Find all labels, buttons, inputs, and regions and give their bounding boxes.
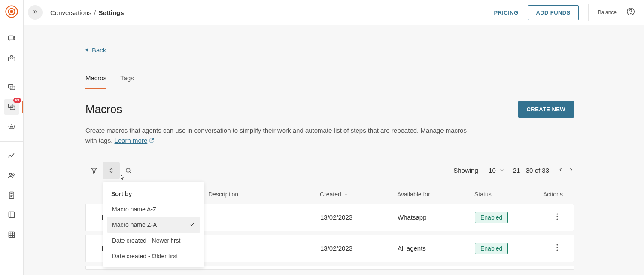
col-status: Status <box>474 191 543 198</box>
svg-rect-18 <box>9 212 14 217</box>
add-funds-button[interactable]: ADD FUNDS <box>528 5 578 20</box>
sort-option[interactable]: Date created - Older first <box>107 248 200 264</box>
row-available: All agents <box>398 244 475 252</box>
breadcrumb-main[interactable]: Conversations <box>50 9 91 16</box>
svg-rect-7 <box>9 57 15 61</box>
page-next-button[interactable] <box>568 167 574 174</box>
svg-point-28 <box>556 249 558 251</box>
rail-divider <box>0 73 23 73</box>
svg-point-23 <box>556 213 558 214</box>
svg-rect-19 <box>9 232 14 237</box>
svg-point-26 <box>556 244 558 245</box>
breadcrumb: Conversations / Settings <box>50 9 124 16</box>
back-label: Back <box>92 46 106 54</box>
svg-point-22 <box>126 168 130 172</box>
breadcrumb-sub: Settings <box>98 9 124 16</box>
pointer-cursor-icon <box>118 174 126 184</box>
nav-inbox-icon[interactable]: 69 <box>4 99 19 115</box>
row-available: Whatsapp <box>398 214 475 221</box>
svg-rect-12 <box>9 125 14 129</box>
svg-point-24 <box>556 216 558 217</box>
check-icon <box>189 221 195 229</box>
page-title: Macros <box>85 103 122 116</box>
col-description: Description <box>208 191 320 198</box>
expand-sidebar-button[interactable] <box>28 5 43 20</box>
row-actions-button[interactable] <box>556 214 558 221</box>
filter-button[interactable] <box>85 162 103 179</box>
page-prev-button[interactable] <box>558 167 564 174</box>
svg-point-4 <box>14 36 15 37</box>
svg-point-21 <box>630 13 631 14</box>
page-size-select[interactable]: 10 <box>489 167 504 174</box>
svg-point-13 <box>10 126 11 127</box>
main-area: Back Macros Tags Macros CREATE NEW Creat… <box>24 25 644 275</box>
nav-analytics-icon[interactable] <box>4 148 19 163</box>
nav-doc-icon[interactable] <box>4 187 19 203</box>
svg-rect-3 <box>9 36 14 40</box>
rail-divider-2 <box>0 141 23 142</box>
nav-comment-icon[interactable] <box>4 31 19 46</box>
row-created: 13/02/2023 <box>320 244 398 252</box>
nav-grid-icon[interactable] <box>4 227 19 242</box>
chevron-down-icon <box>499 167 504 174</box>
row-created: 13/02/2023 <box>320 214 398 221</box>
app-logo[interactable] <box>5 5 18 18</box>
tab-tags[interactable]: Tags <box>120 74 134 89</box>
page-description: Create macros that agents can use in con… <box>85 125 472 146</box>
showing-label: Showing <box>453 167 478 174</box>
nav-report-icon[interactable] <box>4 207 19 223</box>
balance-label: Balance <box>598 9 617 15</box>
svg-point-5 <box>14 38 15 39</box>
sort-button[interactable] <box>103 162 120 179</box>
external-link-icon <box>149 136 155 141</box>
help-icon[interactable] <box>626 7 635 18</box>
nav-badge: 69 <box>13 98 21 103</box>
nav-bot-icon[interactable] <box>4 119 19 134</box>
col-created[interactable]: Created <box>320 191 397 198</box>
tabs: Macros Tags <box>85 74 574 89</box>
create-new-button[interactable]: CREATE NEW <box>518 101 574 118</box>
svg-point-15 <box>9 173 12 175</box>
svg-point-6 <box>14 39 15 40</box>
col-actions: Actions <box>543 191 563 198</box>
nav-toolbox-icon[interactable] <box>4 51 19 66</box>
sort-option[interactable]: Macro name A-Z <box>107 202 200 217</box>
nav-users-icon[interactable] <box>4 168 19 183</box>
left-rail: 69 <box>0 0 24 275</box>
list-toolbar: Showing 10 21 - 30 of 33 Sort by Macro n… <box>85 162 574 183</box>
sort-heading: Sort by <box>107 185 200 202</box>
svg-point-25 <box>556 218 558 220</box>
sort-indicator-icon <box>344 191 348 198</box>
row-actions-button[interactable] <box>556 245 558 252</box>
sort-option[interactable]: Macro name Z-A <box>107 217 200 233</box>
svg-point-14 <box>12 126 13 127</box>
status-badge: Enabled <box>475 212 508 223</box>
svg-point-16 <box>12 174 14 175</box>
nav-chats-icon[interactable] <box>4 79 19 95</box>
page-range: 21 - 30 of 33 <box>513 167 549 174</box>
tab-macros[interactable]: Macros <box>85 74 106 89</box>
col-available: Available for <box>397 191 474 198</box>
caret-left-icon <box>85 48 88 52</box>
top-header: Conversations / Settings PRICING ADD FUN… <box>24 0 644 25</box>
svg-point-27 <box>556 247 558 248</box>
pricing-link[interactable]: PRICING <box>494 9 518 16</box>
sort-dropdown: Sort by Macro name A-Z Macro name Z-A Da… <box>103 182 204 267</box>
learn-more-link[interactable]: Learn more <box>115 137 155 144</box>
status-badge: Enabled <box>475 243 508 254</box>
svg-rect-2 <box>10 10 13 13</box>
back-link[interactable]: Back <box>85 46 106 54</box>
sort-option[interactable]: Date created - Newer first <box>107 233 200 248</box>
